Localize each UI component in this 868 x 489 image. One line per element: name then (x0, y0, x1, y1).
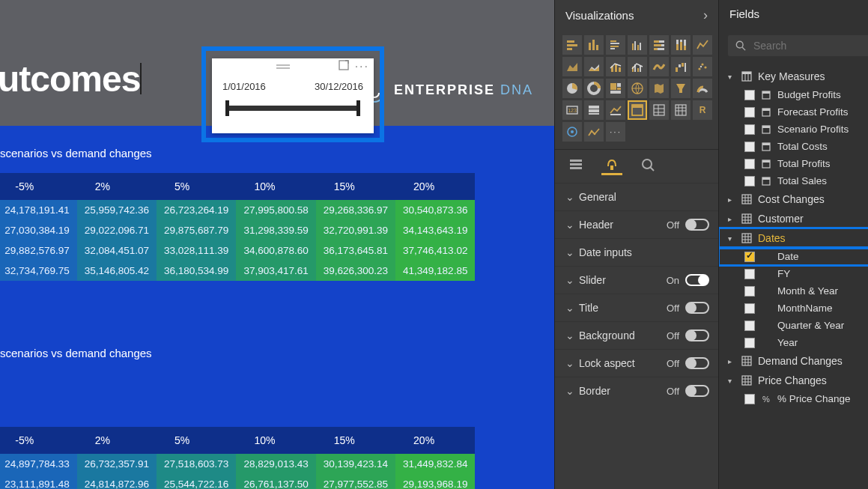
format-tab[interactable] (601, 154, 622, 175)
field-dates-0[interactable]: Date (719, 248, 868, 265)
fields-search[interactable] (728, 35, 868, 56)
field-key_measures-4[interactable]: Total Profits (719, 155, 868, 172)
viz-line-icon[interactable] (693, 35, 712, 55)
fields-well-tab[interactable] (565, 154, 586, 175)
field-key_measures-0[interactable]: Budget Profits (719, 86, 868, 103)
matrix-cell[interactable]: 36,180,534.99 (157, 261, 236, 281)
table-row[interactable]: 28,309,809.7629,882,576.9732,084,451.073… (0, 240, 475, 261)
field-key_measures-3[interactable]: Total Costs (719, 138, 868, 155)
viz-funnel-icon[interactable] (671, 79, 691, 98)
viz-stacked-column-icon[interactable] (584, 35, 604, 55)
field-dates-1[interactable]: FY (719, 265, 868, 282)
viz-treemap-icon[interactable] (606, 79, 625, 98)
viz-100-stacked-bar-icon[interactable] (649, 35, 669, 55)
table-dates[interactable]: ▾Dates (719, 228, 868, 248)
date-slicer[interactable]: ··· 1/01/2016 30/12/2016 (212, 58, 374, 133)
viz-card-icon[interactable]: 123 (562, 100, 582, 120)
format-section-general[interactable]: ⌄General (555, 183, 718, 210)
matrix-cell[interactable]: 34,143,643.19 (395, 220, 475, 240)
field-dates-4[interactable]: Quarter & Year (719, 317, 868, 334)
matrix-cell[interactable]: 25,959,742.36 (77, 200, 157, 220)
more-options-icon[interactable]: ··· (355, 60, 369, 73)
matrix-cell[interactable]: 27,995,800.58 (236, 200, 315, 220)
field-dates-3[interactable]: MonthName (719, 300, 868, 317)
table-customer[interactable]: ▸Customer (719, 209, 868, 228)
field-checkbox[interactable] (744, 142, 755, 152)
format-section-date_inputs[interactable]: ⌄Date inputs (555, 238, 718, 266)
matrix-cell[interactable]: 32,084,451.07 (77, 240, 157, 261)
viz-area-icon[interactable] (562, 57, 582, 76)
format-section-toggle[interactable] (685, 274, 709, 286)
matrix-cell[interactable]: 28,829,013.43 (236, 454, 315, 474)
field-checkbox[interactable] (744, 269, 755, 279)
matrix-cell[interactable]: 24,897,784.33 (0, 454, 77, 474)
viz-matrix-icon[interactable] (671, 100, 691, 120)
matrix-cell[interactable]: 37,903,417.61 (236, 261, 315, 281)
field-checkbox[interactable] (744, 107, 755, 118)
matrix-cell[interactable]: 26,723,264.19 (157, 200, 236, 220)
viz-kpi-icon[interactable] (606, 100, 625, 120)
format-section-toggle[interactable] (685, 302, 709, 314)
drag-grip-icon[interactable] (276, 64, 290, 69)
matrix-cell[interactable]: 32,734,769.75 (0, 261, 77, 281)
viz-donut-icon[interactable] (584, 79, 604, 98)
matrix-cell[interactable]: 35,146,805.42 (77, 261, 157, 281)
table-cost_changes[interactable]: ▸Cost Changes (719, 189, 868, 209)
format-section-slider[interactable]: ⌄SliderOn (555, 266, 718, 294)
slicer-to-date[interactable]: 30/12/2016 (315, 81, 363, 92)
viz-filled-map-icon[interactable] (649, 79, 669, 98)
viz-scatter-icon[interactable] (693, 57, 712, 76)
viz-clustered-bar-icon[interactable] (606, 35, 625, 55)
matrix-column-header[interactable]: -5% (0, 427, 77, 454)
matrix-1[interactable]: -10%-5%2%5%10%15%20%22,905,655.0224,178,… (0, 173, 554, 281)
field-checkbox[interactable] (744, 124, 755, 135)
viz-stacked-bar-icon[interactable] (562, 35, 582, 55)
table-row[interactable]: 31,011,887.1432,734,769.7535,146,805.423… (0, 261, 475, 281)
viz-pie-icon[interactable] (562, 79, 582, 98)
matrix-column-header[interactable]: -5% (0, 173, 77, 200)
matrix-cell[interactable]: 26,761,137.50 (236, 474, 315, 489)
matrix-cell[interactable]: 29,268,336.97 (316, 200, 395, 220)
format-section-header[interactable]: ⌄HeaderOff (555, 210, 718, 238)
format-section-title[interactable]: ⌄TitleOff (555, 294, 718, 321)
matrix-cell[interactable]: 27,977,552.85 (316, 474, 395, 489)
field-checkbox[interactable] (744, 338, 755, 348)
viz-ribbon-icon[interactable] (649, 57, 669, 76)
slider-handle-left[interactable] (225, 100, 229, 116)
field-key_measures-2[interactable]: Scenario Profits (719, 121, 868, 138)
format-section-lock_aspect[interactable]: ⌄Lock aspectOff (555, 349, 718, 377)
matrix-column-header[interactable]: 2% (77, 427, 157, 454)
field-checkbox[interactable] (744, 303, 755, 314)
viz-clustered-column-icon[interactable] (628, 35, 647, 55)
field-checkbox[interactable] (744, 252, 755, 262)
format-section-toggle[interactable] (685, 219, 709, 231)
matrix-cell[interactable]: 30,139,423.14 (316, 454, 395, 474)
table-row[interactable]: 23,587,374.6324,897,784.3326,732,357.912… (0, 454, 475, 474)
viz-stacked-area-icon[interactable] (584, 57, 604, 76)
matrix-cell[interactable]: 24,178,191.41 (0, 200, 77, 220)
matrix-column-header[interactable]: 20% (395, 173, 475, 200)
viz-arcgis-icon[interactable] (562, 122, 582, 142)
format-section-toggle[interactable] (685, 385, 709, 397)
table-row[interactable]: 22,905,655.0224,178,191.4125,959,742.362… (0, 200, 475, 220)
matrix-column-header[interactable]: 2% (77, 173, 157, 200)
slicer-from-date[interactable]: 1/01/2016 (222, 81, 266, 92)
table-row[interactable]: 25,607,732.3927,030,384.1929,022,096.712… (0, 220, 475, 240)
viz-map-icon[interactable] (628, 79, 647, 98)
matrix-cell[interactable]: 29,193,968.19 (395, 474, 475, 489)
matrix-cell[interactable]: 29,875,687.79 (157, 220, 236, 240)
table-demand_changes[interactable]: ▸Demand Changes (719, 351, 868, 371)
field-checkbox[interactable] (744, 394, 755, 404)
format-section-toggle[interactable] (685, 357, 709, 369)
analytics-tab[interactable] (637, 154, 658, 175)
matrix-column-header[interactable]: 5% (157, 427, 236, 454)
matrix-column-header[interactable]: 20% (395, 427, 475, 454)
format-section-background[interactable]: ⌄BackgroundOff (555, 321, 718, 349)
field-checkbox[interactable] (744, 321, 755, 331)
matrix-cell[interactable]: 27,030,384.19 (0, 220, 77, 240)
matrix-cell[interactable]: 37,746,413.02 (395, 240, 475, 261)
viz-import-custom-icon[interactable]: ··· (606, 122, 625, 142)
matrix-cell[interactable]: 25,544,722.16 (157, 474, 236, 489)
matrix-column-header[interactable]: 15% (316, 173, 395, 200)
matrix-cell[interactable]: 32,720,991.39 (316, 220, 395, 240)
